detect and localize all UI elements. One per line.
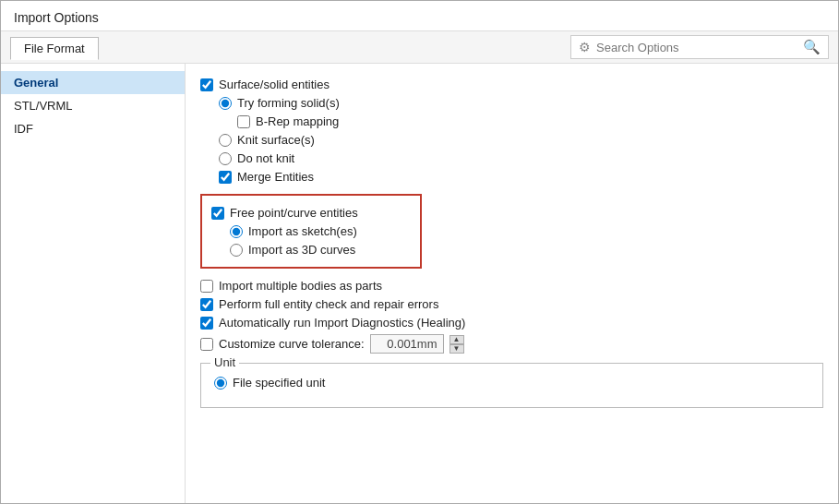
surface-solid-label[interactable]: Surface/solid entities	[219, 78, 330, 91]
spinner-up-button[interactable]: ▲	[449, 335, 464, 344]
sidebar-item-general[interactable]: General	[1, 71, 185, 94]
import-3d-curves-row: Import as 3D curves	[230, 243, 411, 257]
free-point-row: Free point/curve entities	[211, 206, 411, 220]
knit-surface-radio[interactable]	[219, 134, 232, 147]
merge-entities-label[interactable]: Merge Entities	[237, 170, 314, 184]
import-3d-curves-radio[interactable]	[230, 244, 243, 257]
tolerance-input[interactable]	[370, 334, 444, 354]
free-point-group: Free point/curve entities Import as sket…	[200, 194, 422, 269]
body: General STL/VRML IDF Surface/solid entit…	[1, 64, 838, 503]
curve-tolerance-checkbox[interactable]	[200, 338, 213, 351]
sidebar: General STL/VRML IDF	[1, 64, 186, 503]
perform-full-entity-row: Perform full entity check and repair err…	[200, 297, 823, 311]
auto-diagnostics-label[interactable]: Automatically run Import Diagnostics (He…	[219, 316, 465, 330]
curve-tolerance-row: Customize curve tolerance: ▲ ▼	[200, 334, 823, 354]
perform-full-entity-checkbox[interactable]	[200, 298, 213, 311]
try-forming-row: Try forming solid(s)	[219, 96, 823, 110]
brep-checkbox[interactable]	[237, 115, 250, 128]
import-multiple-row: Import multiple bodies as parts	[200, 279, 823, 293]
title-bar: Import Options	[1, 1, 838, 31]
search-input[interactable]	[596, 41, 797, 54]
gear-icon: ⚙	[579, 40, 591, 54]
do-not-knit-label[interactable]: Do not knit	[237, 151, 294, 165]
import-3d-curves-label[interactable]: Import as 3D curves	[248, 243, 355, 257]
file-unit-radio[interactable]	[214, 377, 227, 390]
spinner-down-button[interactable]: ▼	[449, 344, 464, 354]
curve-tolerance-label[interactable]: Customize curve tolerance:	[219, 337, 365, 351]
spinner-group: ▲ ▼	[370, 334, 464, 354]
import-sketches-row: Import as sketch(es)	[230, 224, 411, 238]
import-sketches-label[interactable]: Import as sketch(es)	[248, 224, 357, 238]
do-not-knit-row: Do not knit	[219, 151, 823, 165]
merge-entities-checkbox[interactable]	[219, 171, 232, 184]
surface-solid-checkbox[interactable]	[200, 78, 213, 91]
unit-group-label: Unit	[210, 355, 239, 369]
sidebar-item-stl-vrml[interactable]: STL/VRML	[1, 94, 185, 117]
knit-surface-label[interactable]: Knit surface(s)	[237, 133, 315, 147]
knit-surface-row: Knit surface(s)	[219, 133, 823, 147]
sidebar-item-idf[interactable]: IDF	[1, 117, 185, 140]
spinner-buttons: ▲ ▼	[449, 335, 464, 354]
search-bar[interactable]: ⚙ 🔍	[570, 35, 829, 59]
content-area: Surface/solid entities Try forming solid…	[186, 64, 838, 503]
tab-file-format[interactable]: File Format	[10, 37, 99, 60]
window-title: Import Options	[14, 10, 99, 25]
perform-full-entity-label[interactable]: Perform full entity check and repair err…	[219, 297, 438, 311]
merge-entities-row: Merge Entities	[219, 170, 823, 184]
import-sketches-radio[interactable]	[230, 225, 243, 238]
search-icon[interactable]: 🔍	[803, 39, 821, 55]
auto-diagnostics-checkbox[interactable]	[200, 317, 213, 330]
free-point-checkbox[interactable]	[211, 207, 224, 220]
file-unit-label[interactable]: File specified unit	[233, 376, 325, 390]
do-not-knit-radio[interactable]	[219, 152, 232, 165]
import-options-window: Import Options File Format ⚙ 🔍 General S…	[0, 0, 839, 504]
unit-group: Unit File specified unit	[200, 363, 823, 408]
try-forming-radio[interactable]	[219, 97, 232, 110]
auto-diagnostics-row: Automatically run Import Diagnostics (He…	[200, 316, 823, 330]
import-multiple-label[interactable]: Import multiple bodies as parts	[219, 279, 382, 293]
try-forming-label[interactable]: Try forming solid(s)	[237, 96, 340, 110]
brep-label[interactable]: B-Rep mapping	[256, 114, 339, 128]
file-unit-row: File specified unit	[214, 376, 809, 390]
free-point-label[interactable]: Free point/curve entities	[230, 206, 358, 220]
import-multiple-checkbox[interactable]	[200, 280, 213, 293]
surface-solid-row: Surface/solid entities	[200, 78, 823, 91]
brep-row: B-Rep mapping	[237, 114, 823, 128]
toolbar: File Format ⚙ 🔍	[1, 31, 838, 64]
